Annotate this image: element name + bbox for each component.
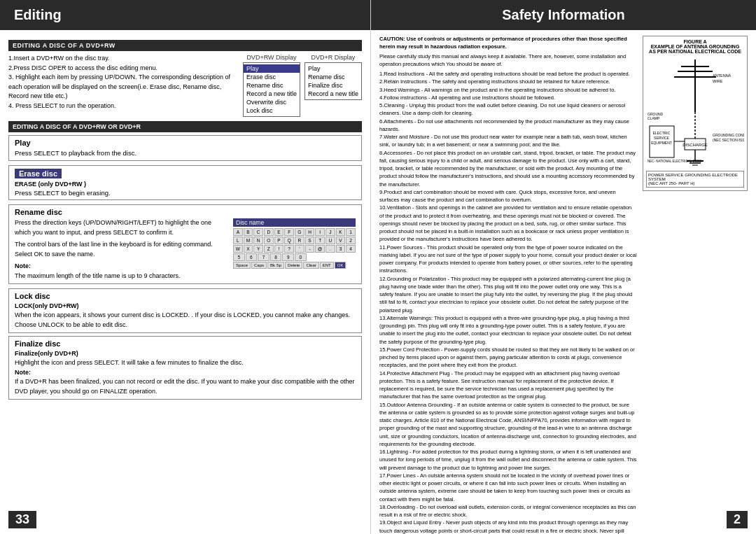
left-panel: Editing EDITING A DISC OF A DVD+RW 1.Ins… <box>0 0 371 534</box>
key-P[interactable]: P <box>274 237 284 244</box>
dvdrw-item-play[interactable]: Play <box>244 64 300 73</box>
key-4[interactable]: 4 <box>346 245 356 253</box>
dvdr-item-rename[interactable]: Rename disc <box>305 73 361 81</box>
key-C[interactable]: C <box>253 228 263 236</box>
key-Z[interactable]: Z <box>264 245 274 253</box>
key-Y[interactable]: Y <box>253 245 263 253</box>
pwr-label2: (NEC ART 250- PART H) <box>648 181 742 185</box>
safety-item-18: 18.Overloading - Do not overload wall ou… <box>379 503 637 519</box>
safety-item-12: 12.Grounding or Polarization - This prod… <box>379 275 637 314</box>
dvdrw-item-record[interactable]: Record a new title <box>244 90 300 98</box>
diagram-col: FIGURE AEXAMPLE OF ANTENNA GROUNDINGAS P… <box>643 36 748 534</box>
dvdrw-item-overwrite[interactable]: Overwrite disc <box>244 98 300 106</box>
key-A[interactable]: A <box>233 228 243 236</box>
key-B[interactable]: B <box>244 228 253 236</box>
key-X[interactable]: X <box>244 245 253 253</box>
key-9[interactable]: 9 <box>282 253 294 261</box>
safety-item-5: 5.Cleaning - Unplug this product from th… <box>379 101 637 118</box>
key-T[interactable]: T <box>315 237 325 244</box>
key-delete[interactable]: Delete <box>285 262 302 269</box>
dvdr-box: Play Rename disc Finalize disc Record a … <box>304 62 362 100</box>
play-box: Play Press SELECT to playback from the d… <box>8 135 362 161</box>
rename-instructions: Press the direction keys (UP/DOWN/RIGHT/… <box>15 218 227 281</box>
finalize-text1: Highlight the icon and press SELECT. It … <box>15 358 356 368</box>
right-panel: Safety Information CAUTION: Use of contr… <box>371 0 756 534</box>
dvdrw-menu: DVD+RW Display Play Erase disc Rename di… <box>243 54 300 117</box>
page-number-right: 2 <box>727 511 748 528</box>
erase-title: Erase disc <box>15 169 62 178</box>
key-W[interactable]: W <box>233 245 243 253</box>
key-0[interactable]: 0 <box>295 253 307 261</box>
key-R[interactable]: R <box>295 237 304 244</box>
key-clear[interactable]: Clear <box>303 262 318 269</box>
key-M[interactable]: M <box>244 237 253 244</box>
key-dash[interactable]: - <box>305 245 315 253</box>
lock-title: Lock disc <box>15 292 356 300</box>
svg-text:(NEC SECTION 810.21): (NEC SECTION 810.21) <box>713 138 744 142</box>
erase-text: Press SELECT to begin erasing. <box>15 189 356 197</box>
key-bksp[interactable]: Bk Sp <box>267 262 284 269</box>
key-U[interactable]: U <box>326 237 335 244</box>
key-2[interactable]: 2 <box>346 237 356 244</box>
key-F[interactable]: F <box>284 228 294 236</box>
rename-text2: The control bars of the last line in the… <box>15 240 227 259</box>
key-L[interactable]: L <box>233 237 243 244</box>
instructions-text: 1.Insert a DVD+RW on the disc tray. 2.Pr… <box>8 54 234 111</box>
key-K[interactable]: K <box>336 228 346 236</box>
key-ok[interactable]: OK <box>335 262 346 269</box>
erase-note: ERASE (only DVD+RW ) <box>15 181 356 188</box>
svg-text:ANTENNA: ANTENNA <box>713 73 732 78</box>
section2-header: EDITING A DISC OF A DVD+RW OR DVD+R <box>8 121 362 132</box>
dvdr-title: DVD+R Display <box>304 54 362 61</box>
key-excl[interactable]: ! <box>274 245 284 253</box>
safety-item-14: 14.Protective Attachment Plug - The prod… <box>379 370 637 401</box>
key-V[interactable]: V <box>336 237 346 244</box>
key-3[interactable]: 3 <box>336 245 346 253</box>
safety-item-3: 3.Heed Warnings - All warnings on the pr… <box>379 86 637 94</box>
key-6[interactable]: 6 <box>246 253 258 261</box>
key-D[interactable]: D <box>264 228 274 236</box>
key-Q[interactable]: Q <box>284 237 294 244</box>
dvdr-item-finalize[interactable]: Finalize disc <box>305 81 361 90</box>
key-quest[interactable]: ? <box>284 245 294 253</box>
key-at[interactable]: @ <box>315 245 325 253</box>
key-ent[interactable]: ENT <box>320 262 334 269</box>
dvdr-item-play[interactable]: Play <box>305 64 361 73</box>
safety-item-16: 16.Lightning - For added protection for … <box>379 448 637 472</box>
key-E[interactable]: E <box>274 228 284 236</box>
play-title: Play <box>15 139 356 147</box>
rename-text1: Press the direction keys (UP/DOWN/RIGHT/… <box>15 218 227 237</box>
svg-text:GROUNDING CONDUCTORS: GROUNDING CONDUCTORS <box>713 133 744 137</box>
dvdr-item-record[interactable]: Record a new title <box>305 90 361 98</box>
key-J[interactable]: J <box>326 228 335 236</box>
key-H[interactable]: H <box>305 228 315 236</box>
key-8[interactable]: 8 <box>270 253 282 261</box>
key-dot[interactable]: . <box>326 245 335 253</box>
key-caps[interactable]: Caps <box>251 262 267 269</box>
key-O[interactable]: O <box>264 237 274 244</box>
key-I[interactable]: I <box>315 228 325 236</box>
key-7[interactable]: 7 <box>258 253 270 261</box>
dvdrw-item-lock[interactable]: Lock disc <box>244 106 300 115</box>
instr-3: 3. Highlight each item by pressing UP/DO… <box>8 73 234 101</box>
safety-item-1: 1.Read Instructions - All the safety and… <box>379 70 637 78</box>
lock-text: When the icon appears, it shows your cur… <box>15 311 356 330</box>
dvd-menus: DVD+RW Display Play Erase disc Rename di… <box>243 54 362 117</box>
finalize-note: Finalize(only DVD+R) <box>15 350 356 357</box>
key-apos[interactable]: ' <box>295 245 304 253</box>
key-space[interactable]: Space <box>233 262 251 269</box>
dvdrw-item-rename[interactable]: Rename disc <box>244 81 300 90</box>
right-content: CAUTION: Use of controls or adjustments … <box>371 30 756 534</box>
key-S[interactable]: S <box>305 237 315 244</box>
svg-text:ELECTRIC: ELECTRIC <box>653 131 671 135</box>
lock-note: LOCK(only DVD+RW) <box>15 302 356 309</box>
key-G[interactable]: G <box>295 228 304 236</box>
key-5[interactable]: 5 <box>233 253 245 261</box>
dvdrw-item-erase[interactable]: Erase disc <box>244 73 300 81</box>
section1-header: EDITING A DISC OF A DVD+RW <box>8 40 362 51</box>
keyboard-controls-row: Space Caps Bk Sp Delete Clear ENT OK <box>233 262 356 269</box>
rename-note-text: The maximum length of the title name is … <box>15 272 227 281</box>
antenna-figure-title: FIGURE AEXAMPLE OF ANTENNA GROUNDINGAS P… <box>646 39 744 54</box>
key-N[interactable]: N <box>253 237 263 244</box>
key-1[interactable]: 1 <box>346 228 356 236</box>
